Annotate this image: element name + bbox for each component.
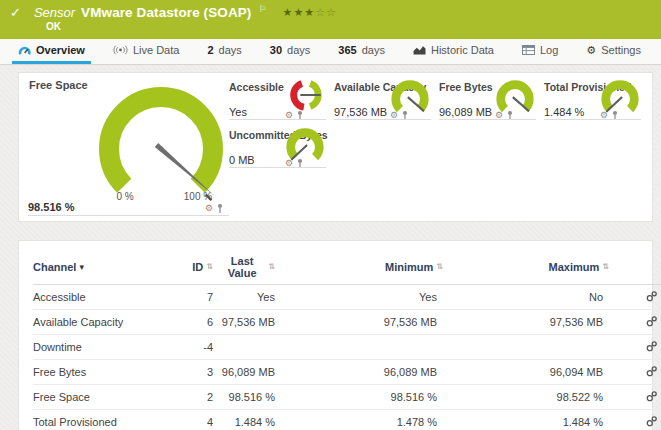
gauge-accessible-label: Accessible <box>229 81 284 93</box>
tab-historic-data[interactable]: Historic Data <box>407 39 500 64</box>
tab-log[interactable]: Log <box>516 39 564 64</box>
tab-2-days[interactable]: 2 days <box>201 39 247 64</box>
tab-2-days-label: days <box>219 44 242 56</box>
gauge-available-capacity: Available Capacity 97,536 MB ⚙ <box>334 73 431 121</box>
divider <box>28 215 229 216</box>
column-header-last-value[interactable]: Last Value⇅ <box>219 249 281 285</box>
tab-historic-data-label: Historic Data <box>431 44 494 56</box>
channel-minimum: 98.516 % <box>281 385 453 410</box>
channel-minimum: 97,536 MB <box>281 310 453 335</box>
table-row: Free Space 2 98.516 % 98.516 % 98.522 % <box>33 385 661 410</box>
divider <box>229 167 326 168</box>
channels-table-panel: Channel▾ ID⇅ Last Value⇅ Minimum⇅ Maximu… <box>18 240 653 430</box>
channel-name[interactable]: Free Bytes <box>33 360 183 385</box>
tab-settings-label: Settings <box>601 44 641 56</box>
divider <box>229 119 326 120</box>
stars-filled: ★★★ <box>283 6 316 18</box>
channel-id: 3 <box>183 360 219 385</box>
column-header-minimum[interactable]: Minimum⇅ <box>281 249 453 285</box>
caret-down-icon: ▾ <box>79 262 84 272</box>
channel-last-value <box>219 335 281 360</box>
tab-30-days-label: days <box>287 44 310 56</box>
tab-log-label: Log <box>540 44 558 56</box>
table-row: Total Provisioned 4 1.484 % 1.478 % 1.48… <box>33 410 661 430</box>
channel-name[interactable]: Total Provisioned <box>33 410 183 430</box>
free-space-gauge-dial <box>81 81 241 216</box>
channel-minimum <box>281 335 453 360</box>
sensor-header: ✓ Sensor VMware Datastore (SOAP) ⚐ ★★★☆☆… <box>0 0 661 39</box>
tab-bar: Overview Live Data 2 days 30 days 365 da… <box>0 39 661 65</box>
channel-name[interactable]: Available Capacity <box>33 310 183 335</box>
column-header-actions <box>621 249 661 285</box>
gear-icon: ⚙ <box>586 44 596 57</box>
channel-minimum: 96,089 MB <box>281 360 453 385</box>
status-ok-check-icon: ✓ <box>10 6 21 20</box>
gear-icon[interactable]: ⚙ <box>205 204 213 213</box>
channels-table: Channel▾ ID⇅ Last Value⇅ Minimum⇅ Maximu… <box>33 249 661 430</box>
tab-live-data[interactable]: Live Data <box>107 39 185 64</box>
channel-name[interactable]: Accessible <box>33 285 183 310</box>
sensor-kind-label: Sensor <box>34 5 75 20</box>
tab-30-days[interactable]: 30 days <box>264 39 317 64</box>
log-table-icon <box>522 45 535 55</box>
gauge-free-bytes-value: 96,089 MB <box>439 106 492 118</box>
tab-settings[interactable]: ⚙ Settings <box>580 39 647 64</box>
gauge-uncommitted-bytes-value: 0 MB <box>229 154 255 166</box>
divider <box>334 119 431 120</box>
gauge-free-bytes: Free Bytes 96,089 MB ⚙ <box>439 73 536 121</box>
channel-maximum: No <box>453 285 621 310</box>
channel-last-value: 97,536 MB <box>219 310 281 335</box>
column-header-maximum[interactable]: Maximum⇅ <box>453 249 621 285</box>
area-chart-icon <box>413 45 426 55</box>
channel-maximum: 97,536 MB <box>453 310 621 335</box>
wrench-icon[interactable] <box>646 415 658 429</box>
sort-icon: ⇅ <box>206 263 213 271</box>
column-header-id[interactable]: ID⇅ <box>183 249 219 285</box>
channel-name[interactable]: Free Space <box>33 385 183 410</box>
table-row: Free Bytes 3 96,089 MB 96,089 MB 96,094 … <box>33 360 661 385</box>
gauge-icon <box>18 45 31 56</box>
gauge-available-capacity-value: 97,536 MB <box>334 106 387 118</box>
pin-icon[interactable] <box>216 203 224 214</box>
tab-overview[interactable]: Overview <box>12 39 91 64</box>
wrench-icon[interactable] <box>646 340 658 354</box>
table-row: Downtime -4 <box>33 335 661 360</box>
sort-icon: ⇅ <box>436 263 443 271</box>
channel-minimum: Yes <box>281 285 453 310</box>
table-row: Accessible 7 Yes Yes No <box>33 285 661 310</box>
sort-icon: ⇅ <box>268 263 275 271</box>
sort-icon: ⇅ <box>602 263 609 271</box>
divider <box>544 119 641 120</box>
channel-last-value: 98.516 % <box>219 385 281 410</box>
stars-empty: ☆☆ <box>315 6 337 18</box>
accessible-state-gauge-dial <box>288 77 324 113</box>
wrench-icon[interactable] <box>646 390 658 404</box>
wrench-icon[interactable] <box>646 365 658 379</box>
channel-name[interactable]: Downtime <box>33 335 183 360</box>
channel-id: 2 <box>183 385 219 410</box>
tab-365-days-label: days <box>362 44 385 56</box>
channel-maximum: 96,094 MB <box>453 360 621 385</box>
tab-2-days-number: 2 <box>207 44 213 56</box>
gauge-free-space-value: 98.516 % <box>28 201 74 213</box>
wrench-icon[interactable] <box>646 315 658 329</box>
channel-maximum: 98.522 % <box>453 385 621 410</box>
table-row: Available Capacity 6 97,536 MB 97,536 MB… <box>33 310 661 335</box>
table-header-row: Channel▾ ID⇅ Last Value⇅ Minimum⇅ Maximu… <box>33 249 661 285</box>
wrench-icon[interactable] <box>646 290 658 304</box>
gauge-scale-max: 100 % <box>179 191 217 202</box>
channel-id: -4 <box>183 335 219 360</box>
tab-365-days[interactable]: 365 days <box>332 39 391 64</box>
tab-30-days-number: 30 <box>270 44 282 56</box>
column-header-channel[interactable]: Channel▾ <box>33 249 183 285</box>
flag-icon: ⚐ <box>258 4 266 14</box>
gauge-total-provisioned: Total Provisioned 1.484 % ⚙ <box>544 73 641 121</box>
tab-overview-label: Overview <box>36 44 85 56</box>
gauge-total-provisioned-value: 1.484 % <box>544 106 584 118</box>
small-gauges-grid: Accessible Yes ⚙ Uncommitted Bytes <box>229 73 649 169</box>
gauge-accessible: Accessible Yes ⚙ <box>229 73 326 121</box>
divider <box>439 119 536 120</box>
priority-stars[interactable]: ★★★☆☆ <box>283 6 337 19</box>
sensor-status-badge: OK <box>46 21 651 32</box>
channel-last-value: 96,089 MB <box>219 360 281 385</box>
